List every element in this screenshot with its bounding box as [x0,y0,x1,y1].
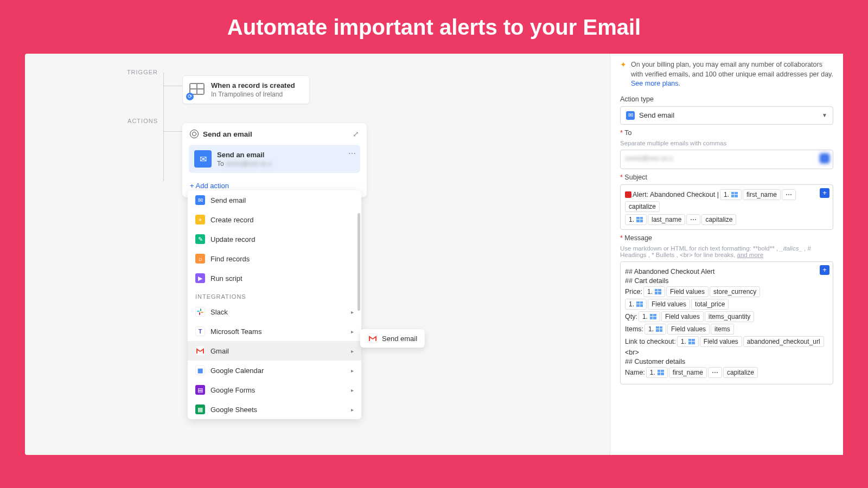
token[interactable]: Field values [667,324,710,335]
trigger-card[interactable]: ⟳ When a record is created In Trampoline… [182,75,310,104]
dd-gforms[interactable]: ▤Google Forms▸ [188,380,361,400]
token[interactable]: ⋯ [708,367,722,378]
token[interactable]: 1. [643,286,665,297]
token[interactable]: ⋯ [686,214,700,225]
trigger-subtitle: In Trampolines of Ireland [211,91,295,98]
trigger-icon: ⟳ [189,83,206,97]
add-token-button[interactable]: + [820,153,829,163]
app-frame: TRIGGER ACTIONS ⟳ When a record is creat… [25,54,843,455]
token[interactable]: abandoned_checkout_url [743,336,824,347]
token[interactable]: capitalize [701,214,736,225]
more-icon[interactable]: ⋯ [348,149,356,158]
to-label: To [620,129,833,137]
and-more-link[interactable]: and more [737,252,763,258]
token[interactable]: total_price [691,299,729,310]
to-hint: Separate multiple emails with commas [620,140,833,146]
dd-run-script[interactable]: ▶Run script [188,268,361,288]
actions-section-label: ACTIONS [41,118,158,124]
chevron-right-icon: ▸ [351,407,354,413]
current-action-title: Send an email [217,151,272,159]
svg-rect-1 [201,312,203,313]
pencil-icon: ✎ [195,234,205,244]
alert-icon [625,191,631,198]
token[interactable]: Field values [661,311,704,322]
envelope-icon: ✉ [194,150,212,168]
gear-icon [190,130,199,138]
trigger-section-label: TRIGGER [41,69,158,75]
action-dropdown: ✉Send email +Create record ✎Update recor… [188,190,361,419]
config-pane: ✦ On your billing plan, you may email an… [610,54,843,455]
chevron-right-icon: ▸ [351,329,354,335]
dd-teams[interactable]: TMicrosoft Teams▸ [188,322,361,341]
sparkle-icon: ✦ [620,60,627,89]
token[interactable]: 1. [646,367,668,378]
svg-rect-0 [197,311,200,312]
plus-icon: + [195,215,205,224]
token[interactable]: 1. [720,189,742,200]
dd-gmail[interactable]: Gmail▸ [188,341,361,361]
connector-line [163,73,182,181]
scrollbar[interactable] [358,213,360,311]
action-panel-header: Send an email ⤢ [182,123,367,145]
envelope-icon: ✉ [626,111,635,120]
dd-gsheets[interactable]: ▦Google Sheets▸ [188,400,361,419]
play-icon: ▶ [195,273,205,283]
trigger-title: When a record is created [211,81,295,89]
dd-send-email[interactable]: ✉Send email [188,190,361,210]
sheets-icon: ▦ [195,404,205,414]
sync-badge-icon: ⟳ [186,93,194,100]
search-icon: ⌕ [195,254,205,264]
calendar-icon: ▦ [195,365,205,375]
message-hint: Use markdown or HTML for rich text forma… [620,245,833,258]
token[interactable]: first_name [743,189,781,200]
gmail-icon [368,333,378,343]
dd-integrations-header: INTEGRATIONS [188,288,361,302]
token[interactable]: ⋯ [782,189,796,200]
action-panel: Send an email ⤢ ✉ Send an email To xxxxx… [182,123,367,197]
flyout-label: Send email [382,335,417,343]
dd-find-records[interactable]: ⌕Find records [188,249,361,268]
chevron-right-icon: ▸ [351,387,354,393]
to-field[interactable]: xxxxx@xxx xx.x + [620,150,833,169]
chevron-right-icon: ▸ [351,368,354,374]
token[interactable]: 1. [625,214,647,225]
action-panel-title: Send an email [203,130,348,138]
current-action-subtitle: To xxxxx@xxx xx.x [217,160,272,168]
envelope-icon: ✉ [195,195,205,205]
token[interactable]: capitalize [723,367,758,378]
token[interactable]: capitalize [625,201,660,212]
add-token-button[interactable]: + [820,188,829,198]
token[interactable]: last_name [648,214,685,225]
token[interactable]: 1. [644,324,666,335]
message-field[interactable]: + ## Abandoned Checkout Alert ## Cart de… [620,261,833,384]
dd-create-record[interactable]: +Create record [188,210,361,229]
gmail-icon [195,346,205,356]
token[interactable]: Field values [700,336,742,347]
see-more-plans-link[interactable]: See more plans [631,80,679,87]
slack-icon [195,307,205,317]
plan-banner: ✦ On your billing plan, you may email an… [620,60,833,89]
grid-icon [636,217,643,222]
token[interactable]: items_quantity [705,311,754,322]
dd-update-record[interactable]: ✎Update record [188,229,361,249]
token[interactable]: 1. [639,311,660,322]
token[interactable]: store_currency [710,286,760,297]
subject-label: Subject [620,174,833,181]
banner-text: On your billing plan, you may email any … [631,60,833,89]
dd-slack[interactable]: Slack▸ [188,302,361,322]
left-pane: TRIGGER ACTIONS ⟳ When a record is creat… [25,54,610,455]
token[interactable]: 1. [625,299,647,310]
token[interactable]: Field values [648,299,690,310]
action-type-select[interactable]: ✉ Send email ▼ [620,106,833,125]
chevron-down-icon: ▼ [822,112,827,118]
token[interactable]: Field values [666,286,709,297]
token[interactable]: 1. [677,336,699,347]
token[interactable]: items [711,324,734,335]
current-action-card[interactable]: ✉ Send an email To xxxxx@xxx xx.x ⋯ [189,145,360,173]
subject-field[interactable]: Alert: Abandoned Checkout | 1. first_nam… [620,184,833,230]
collapse-icon[interactable]: ⤢ [353,130,359,138]
gmail-submenu[interactable]: Send email [360,329,425,348]
token[interactable]: first_name [669,367,707,378]
add-token-button[interactable]: + [820,265,829,275]
dd-gcal[interactable]: ▦Google Calendar▸ [188,361,361,380]
